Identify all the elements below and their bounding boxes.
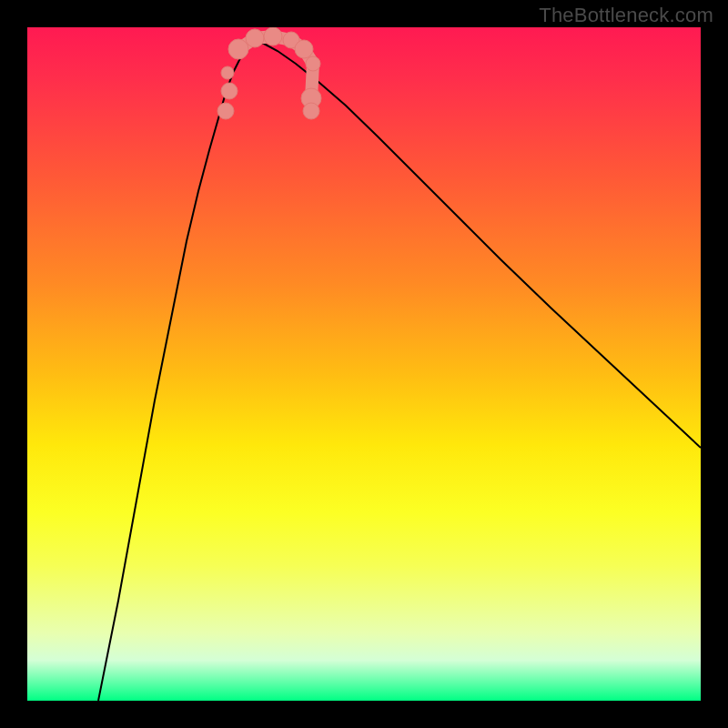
scatter-dot xyxy=(264,27,282,46)
scatter-dot xyxy=(217,103,234,119)
scatter-dot xyxy=(303,103,319,119)
scatter-dot xyxy=(246,29,264,47)
scatter-cluster xyxy=(217,27,321,119)
curve-left-branch xyxy=(98,40,253,701)
watermark-text: TheBottleneck.com xyxy=(539,4,713,27)
scatter-dot xyxy=(228,39,248,59)
chart-svg xyxy=(27,27,701,701)
scatter-dot xyxy=(221,83,238,99)
scatter-dot xyxy=(221,66,234,79)
plot-area xyxy=(27,27,701,701)
scatter-dot xyxy=(306,56,320,71)
scatter-dot xyxy=(295,40,313,58)
chart-frame: TheBottleneck.com xyxy=(0,0,728,728)
